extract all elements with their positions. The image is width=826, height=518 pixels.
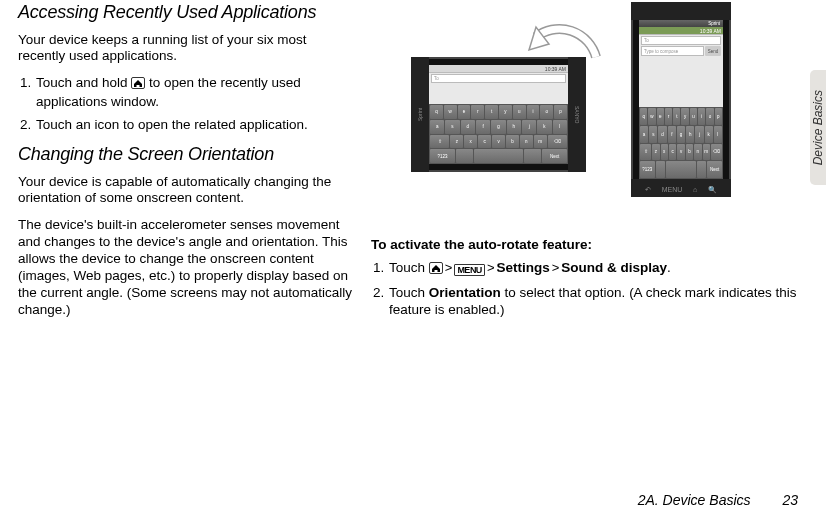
kb-row: asdfghjkl <box>430 120 567 134</box>
to-field: To <box>641 36 721 45</box>
sprint-bar: Sprint <box>639 20 723 27</box>
list-item: 2. Touch an icon to open the related app… <box>18 117 353 134</box>
key: n <box>520 135 533 149</box>
compose-field: Type to compose <box>641 46 704 56</box>
kb-row: asdfghjkl <box>640 126 722 143</box>
step-text: Touch and hold <box>36 75 131 90</box>
content-columns: Accessing Recently Used Applications You… <box>18 2 808 329</box>
intro-paragraph: Your device keeps a running list of your… <box>18 32 353 66</box>
key: k <box>537 120 551 134</box>
key: j <box>695 126 703 143</box>
key-shift: ⇧ <box>640 144 651 161</box>
side-tab-label: Device Basics <box>811 90 825 165</box>
key: m <box>534 135 547 149</box>
key: e <box>657 108 664 125</box>
key: l <box>714 126 722 143</box>
section-heading-recent-apps: Accessing Recently Used Applications <box>18 2 353 24</box>
kb-row: ?123Next <box>430 149 567 163</box>
phone-landscape-screen: 10:39 AM To qwertyuiop asdfghjkl ⇧zxcvbn… <box>429 65 568 164</box>
key: b <box>686 144 693 161</box>
key-space <box>666 161 695 178</box>
key: t <box>673 108 680 125</box>
key: x <box>661 144 668 161</box>
steps-auto-rotate: 1. Touch >MENU>Settings>Sound & display.… <box>371 260 808 319</box>
right-column: Sprint SANYO 10:39 AM To qwertyuiop asdf… <box>371 2 808 329</box>
phone-portrait-screen: Sprint 10:39 AM To Type to compose Send … <box>639 20 723 179</box>
key <box>656 161 666 178</box>
key: w <box>648 108 655 125</box>
key-next: Next <box>707 161 722 178</box>
orientation-p2: The device's built-in accelerometer sens… <box>18 217 353 318</box>
chevron-right-icon: > <box>485 260 497 275</box>
list-item: 1. Touch >MENU>Settings>Sound & display. <box>371 260 808 279</box>
orientation-label: Orientation <box>429 285 501 300</box>
key: u <box>513 105 526 119</box>
key: z <box>450 135 463 149</box>
key: n <box>694 144 701 161</box>
key <box>524 149 541 163</box>
step-text: Touch <box>389 285 429 300</box>
key: s <box>649 126 657 143</box>
step-number: 1. <box>20 75 31 92</box>
page-footer: 2A. Device Basics 23 <box>638 492 798 508</box>
key: x <box>464 135 477 149</box>
period: . <box>667 260 671 275</box>
search-softkey-icon: 🔍 <box>708 186 717 194</box>
key: i <box>527 105 540 119</box>
steps-recent-apps: 1. Touch and hold to open the recently u… <box>18 75 353 134</box>
step-number: 2. <box>373 285 384 302</box>
phone-brand-left: Sprint <box>411 57 429 172</box>
key: m <box>703 144 710 161</box>
send-button: Send <box>705 46 721 56</box>
menu-softkey-icon: MENU <box>662 186 683 194</box>
key: a <box>640 126 648 143</box>
softkeys: ↶ MENU ⌂ 🔍 <box>645 186 717 194</box>
key: v <box>492 135 505 149</box>
key: g <box>491 120 505 134</box>
key: s <box>445 120 459 134</box>
home-icon <box>131 77 145 94</box>
chevron-right-icon: > <box>443 260 455 275</box>
kb-row: ⇧zxcvbnm⌫ <box>430 135 567 149</box>
key: q <box>430 105 443 119</box>
key: w <box>444 105 457 119</box>
key <box>697 161 707 178</box>
page-number: 23 <box>782 492 798 508</box>
key: i <box>698 108 705 125</box>
menu-icon: MENU <box>454 264 485 276</box>
phone-brand-top <box>631 2 731 20</box>
key: r <box>471 105 484 119</box>
key-sym: ?123 <box>640 161 655 178</box>
key: f <box>668 126 676 143</box>
kb-row: ⇧zxcvbnm⌫ <box>640 144 722 161</box>
phone-brand-bottom: ↶ MENU ⌂ 🔍 <box>631 179 731 197</box>
key: z <box>652 144 659 161</box>
list-item: 2. Touch Orientation to select that opti… <box>371 285 808 319</box>
key-backspace: ⌫ <box>548 135 567 149</box>
step-number: 1. <box>373 260 384 277</box>
key: y <box>499 105 512 119</box>
step-text: Touch an icon to open the related applic… <box>36 117 308 132</box>
phone-landscape: Sprint SANYO 10:39 AM To qwertyuiop asdf… <box>411 57 586 172</box>
to-field: To <box>431 74 566 83</box>
key: d <box>658 126 666 143</box>
kb-row: qwertyuiop <box>430 105 567 119</box>
key: l <box>553 120 567 134</box>
back-icon: ↶ <box>645 186 651 194</box>
kb-row: qwertyuiop <box>640 108 722 125</box>
chapter-label: 2A. Device Basics <box>638 492 751 508</box>
key: o <box>706 108 713 125</box>
section-heading-orientation: Changing the Screen Orientation <box>18 144 353 166</box>
phone-portrait: ↶ MENU ⌂ 🔍 Sprint 10:39 AM To Type to co… <box>631 2 731 197</box>
chevron-right-icon: > <box>550 260 562 275</box>
key: h <box>507 120 521 134</box>
key-sym: ?123 <box>430 149 455 163</box>
side-tab: Device Basics <box>810 70 826 185</box>
keyboard-landscape: qwertyuiop asdfghjkl ⇧zxcvbnm⌫ ?123Next <box>429 104 568 164</box>
sound-display-label: Sound & display <box>561 260 667 275</box>
status-bar: 10:39 AM <box>429 65 568 73</box>
home-icon <box>429 262 443 279</box>
key: p <box>554 105 567 119</box>
key: e <box>458 105 471 119</box>
key: j <box>522 120 536 134</box>
